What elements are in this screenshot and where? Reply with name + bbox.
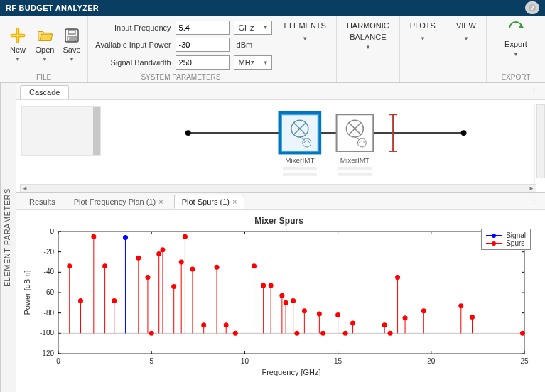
rf-chain-diagram: MixerIMT MixerIMT bbox=[26, 104, 534, 188]
chevron-down-icon: ▼ bbox=[263, 60, 269, 66]
svg-text:20: 20 bbox=[427, 357, 436, 365]
svg-point-148 bbox=[458, 303, 463, 308]
svg-text:10: 10 bbox=[241, 357, 249, 365]
harmonic-label-1: HARMONIC bbox=[347, 21, 389, 30]
file-group-label: FILE bbox=[4, 72, 83, 81]
tab-plot-frequency-plan[interactable]: Plot Frequency Plan (1)× bbox=[66, 195, 171, 209]
view-label: VIEW bbox=[456, 21, 476, 30]
svg-text:0: 0 bbox=[50, 229, 54, 235]
close-icon[interactable]: × bbox=[232, 197, 237, 206]
svg-text:-120: -120 bbox=[40, 349, 54, 357]
chart-panel: Mixer Spurs 0-20-40-60-80-100-1200510152… bbox=[16, 210, 545, 392]
svg-point-124 bbox=[294, 331, 299, 336]
svg-point-94 bbox=[160, 247, 165, 252]
svg-point-116 bbox=[269, 283, 274, 288]
open-button[interactable]: Open ▼ bbox=[31, 18, 58, 72]
chevron-down-icon: ▼ bbox=[513, 51, 519, 58]
elements-label: ELEMENTS bbox=[284, 21, 326, 30]
help-button[interactable]: ? bbox=[525, 1, 539, 14]
export-label: Export bbox=[504, 40, 527, 48]
chevron-down-icon: ▼ bbox=[463, 36, 469, 42]
chevron-down-icon: ▼ bbox=[15, 56, 21, 62]
title-bar: RF BUDGET ANALYZER ? bbox=[0, 0, 545, 16]
svg-point-146 bbox=[421, 308, 426, 313]
help-icon: ? bbox=[528, 4, 536, 12]
svg-point-136 bbox=[350, 321, 355, 326]
block-mixer-2[interactable] bbox=[337, 114, 374, 151]
element-parameters-tab[interactable]: ELEMENT PARAMETERS bbox=[0, 83, 16, 392]
export-group-label: EXPORT bbox=[491, 72, 541, 81]
svg-point-140 bbox=[388, 331, 393, 336]
svg-point-98 bbox=[179, 260, 184, 265]
svg-point-114 bbox=[261, 283, 266, 288]
main-area: ELEMENT PARAMETERS Cascade ⋮ bbox=[0, 83, 545, 392]
cascade-canvas[interactable]: MixerIMT MixerIMT bbox=[16, 100, 545, 192]
close-icon[interactable]: × bbox=[158, 197, 163, 206]
group-system-parameters: Input Frequency GHz ▼ Available Input Po… bbox=[88, 16, 274, 82]
save-label: Save bbox=[63, 45, 80, 54]
panel-menu-button[interactable]: ⋮ bbox=[523, 197, 545, 206]
toolstrip: New ▼ Open ▼ Save ▼ FILE Inp bbox=[0, 16, 545, 83]
view-dropdown[interactable]: VIEW ▼ bbox=[450, 18, 482, 45]
chevron-down-icon: ▼ bbox=[42, 56, 48, 62]
svg-point-118 bbox=[279, 293, 284, 298]
svg-point-152 bbox=[520, 331, 525, 336]
spurs-chart[interactable]: 0-20-40-60-80-100-1200510152025Frequency… bbox=[20, 229, 531, 378]
signal-bw-unit-dropdown[interactable]: MHz ▼ bbox=[234, 55, 272, 70]
svg-point-9 bbox=[461, 130, 467, 136]
svg-text:25: 25 bbox=[520, 357, 529, 365]
chevron-down-icon: ▼ bbox=[420, 36, 426, 42]
harmonic-balance-dropdown[interactable]: HARMONIC BALANCE ▼ bbox=[341, 18, 395, 53]
signal-bw-field[interactable] bbox=[176, 55, 230, 70]
chart-legend: Signal Spurs bbox=[481, 229, 531, 250]
svg-point-82 bbox=[102, 263, 107, 268]
avail-power-field[interactable] bbox=[176, 38, 230, 52]
svg-text:5: 5 bbox=[149, 357, 153, 365]
group-file: New ▼ Open ▼ Save ▼ FILE bbox=[0, 16, 88, 82]
svg-point-132 bbox=[335, 312, 340, 317]
plots-label: PLOTS bbox=[410, 21, 436, 30]
input-freq-field[interactable] bbox=[176, 21, 230, 35]
svg-text:0: 0 bbox=[56, 357, 60, 365]
new-icon bbox=[10, 28, 26, 43]
svg-point-86 bbox=[136, 256, 141, 261]
legend-signal-label: Signal bbox=[506, 232, 526, 239]
open-icon bbox=[37, 28, 53, 43]
panel-menu-button[interactable]: ⋮ bbox=[523, 87, 545, 96]
chevron-down-icon: ▼ bbox=[69, 56, 75, 62]
new-label: New bbox=[10, 45, 26, 54]
tab-plot-spurs[interactable]: Plot Spurs (1)× bbox=[174, 195, 245, 209]
svg-point-106 bbox=[215, 265, 220, 270]
svg-text:-20: -20 bbox=[44, 248, 55, 256]
cascade-panel: Cascade ⋮ bbox=[16, 83, 545, 193]
app-title: RF BUDGET ANALYZER bbox=[6, 4, 99, 12]
svg-point-150 bbox=[470, 315, 475, 320]
new-button[interactable]: New ▼ bbox=[4, 18, 31, 72]
canvas-scrollbar-horizontal[interactable]: ◄► bbox=[20, 184, 536, 192]
block-mixer-1[interactable] bbox=[280, 113, 320, 153]
svg-point-8 bbox=[185, 130, 191, 136]
group-plots: PLOTS ▼ bbox=[400, 16, 446, 82]
input-freq-unit-dropdown[interactable]: GHz ▼ bbox=[234, 21, 272, 35]
svg-point-74 bbox=[123, 235, 128, 240]
svg-point-110 bbox=[233, 331, 238, 336]
svg-text:15: 15 bbox=[334, 357, 342, 365]
svg-point-128 bbox=[317, 312, 322, 317]
chevron-down-icon: ▼ bbox=[263, 24, 269, 31]
svg-text:?: ? bbox=[530, 5, 534, 11]
cascade-tab[interactable]: Cascade bbox=[20, 85, 69, 99]
group-elements: ELEMENTS ▼ bbox=[274, 16, 337, 82]
avail-power-label: Available Input Power bbox=[95, 40, 171, 49]
svg-point-92 bbox=[156, 251, 161, 256]
plots-dropdown[interactable]: PLOTS ▼ bbox=[404, 18, 441, 45]
svg-rect-30 bbox=[58, 232, 524, 354]
result-tabstrip: Results Plot Frequency Plan (1)× Plot Sp… bbox=[16, 193, 545, 210]
group-export: Export ▼ EXPORT bbox=[487, 16, 545, 82]
svg-point-108 bbox=[224, 322, 229, 327]
svg-point-102 bbox=[190, 267, 195, 272]
canvas-scrollbar-vertical[interactable] bbox=[536, 104, 545, 178]
export-button[interactable]: Export ▼ bbox=[491, 18, 541, 60]
save-button[interactable]: Save ▼ bbox=[58, 18, 85, 72]
tab-results[interactable]: Results bbox=[21, 195, 63, 209]
elements-dropdown[interactable]: ELEMENTS ▼ bbox=[279, 18, 332, 45]
